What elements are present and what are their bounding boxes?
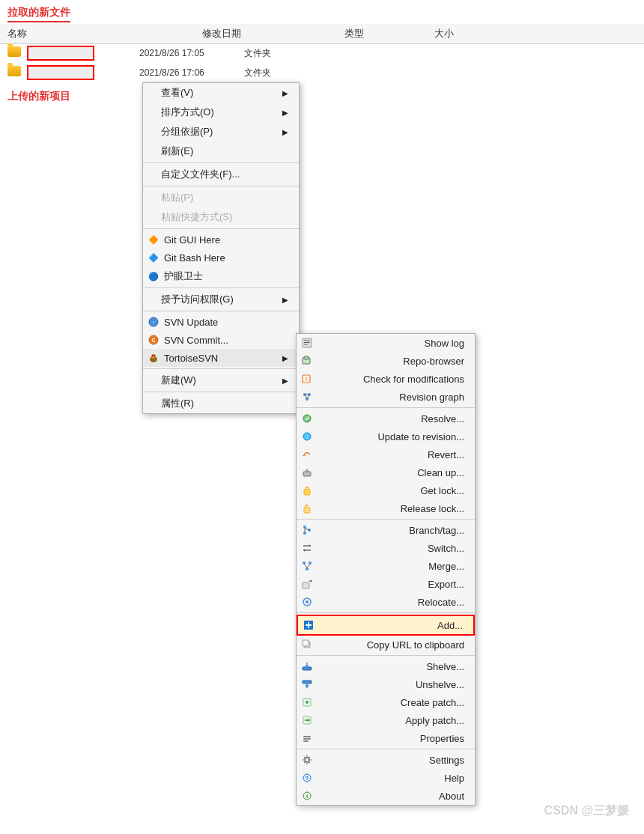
top-annotation: 拉取的新文件	[7, 6, 70, 22]
svn-menu-resolve-label: Resolve...	[421, 413, 464, 424]
arrow-icon-view: ▶	[282, 89, 288, 97]
menu-item-properties-label: 属性(R)	[161, 397, 194, 410]
lock-icon	[301, 484, 313, 496]
svn-menu-get-lock[interactable]: Get lock...	[297, 481, 475, 499]
file-row-2[interactable]: 2021/8/26 17:06 文件夹	[0, 63, 644, 82]
svg-point-41	[309, 561, 312, 564]
svg-marker-26	[303, 454, 306, 456]
svg-text:!: !	[306, 376, 308, 383]
svg-point-5	[151, 354, 156, 359]
svn-menu-properties-label: Properties	[420, 733, 464, 744]
menu-item-paste[interactable]: 粘贴(P)	[143, 188, 299, 207]
col-date: 修改日期	[195, 27, 344, 40]
svg-marker-28	[305, 469, 309, 472]
menu-item-svn-commit[interactable]: C SVN Commit...	[143, 331, 299, 349]
menu-item-eyeguard[interactable]: 🔵 护眼卫士	[143, 267, 299, 286]
svn-separator-5	[297, 749, 475, 749]
menu-item-new[interactable]: 新建(W) ▶	[143, 371, 299, 390]
menu-item-svn-commit-label: SVN Commit...	[164, 335, 288, 346]
file-date-1: 2021/8/26 17:05	[94, 48, 244, 58]
svn-menu-create-patch[interactable]: Create patch...	[297, 693, 475, 711]
svn-menu-check-modifications[interactable]: ! Check for modifications	[297, 370, 475, 388]
merge-icon	[301, 560, 313, 572]
svg-marker-60	[305, 685, 309, 688]
svn-menu-settings[interactable]: Settings	[297, 751, 475, 769]
svn-menu-about[interactable]: i About	[297, 787, 475, 805]
svn-menu-unshelve[interactable]: Unshelve...	[297, 675, 475, 693]
arrow-icon-new: ▶	[282, 377, 288, 385]
svn-menu-merge-label: Merge...	[428, 561, 464, 572]
svn-menu-apply-patch[interactable]: Apply patch...	[297, 711, 475, 729]
svn-menu-cleanup[interactable]: Clean up...	[297, 463, 475, 481]
menu-item-view[interactable]: 查看(V) ▶	[143, 83, 299, 103]
svn-menu-settings-label: Settings	[429, 755, 464, 766]
unshelve-icon	[301, 678, 313, 690]
svn-menu-add-label: Add...	[437, 620, 463, 631]
menu-item-git-bash[interactable]: 🔷 Git Bash Here	[143, 249, 299, 267]
menu-item-git-gui[interactable]: 🔶 Git GUI Here	[143, 231, 299, 249]
svn-menu-unshelve-label: Unshelve...	[416, 679, 464, 690]
col-size: 大小	[434, 27, 494, 40]
svn-menu-branch-tag[interactable]: Branch/tag...	[297, 521, 475, 539]
svg-rect-27	[303, 472, 311, 476]
svn-menu-revert[interactable]: Revert...	[297, 445, 475, 463]
svn-menu-help[interactable]: ? Help	[297, 769, 475, 787]
svn-menu-release-lock[interactable]: Release lock...	[297, 499, 475, 517]
svn-menu-repo-browser-label: Repo-browser	[403, 356, 464, 367]
menu-item-tortoise[interactable]: TortoiseSVN ▶	[143, 349, 299, 367]
svn-menu-revision-graph[interactable]: Revision graph	[297, 388, 475, 406]
svn-menu-apply-patch-label: Apply patch...	[405, 715, 464, 726]
svn-menu-properties[interactable]: Properties	[297, 729, 475, 747]
menu-item-refresh-label: 刷新(E)	[161, 144, 193, 158]
menu-item-svn-update[interactable]: ↑ SVN Update	[143, 313, 299, 331]
svn-menu-merge[interactable]: Merge...	[297, 557, 475, 575]
file-name-box-1	[27, 46, 94, 61]
create-patch-icon	[301, 696, 313, 708]
svn-menu-update-revision[interactable]: ↓ Update to revision...	[297, 427, 475, 445]
properties-icon	[301, 732, 313, 744]
svn-menu-show-log[interactable]: Show log	[297, 334, 475, 352]
menu-item-group[interactable]: 分组依据(P) ▶	[143, 122, 299, 141]
svn-menu-export-label: Export...	[428, 579, 464, 590]
svg-rect-30	[304, 508, 310, 513]
svn-update-icon: ↑	[148, 316, 160, 328]
svn-menu-resolve[interactable]: ✓ Resolve...	[297, 410, 475, 427]
svn-menu-switch[interactable]: Switch...	[297, 539, 475, 557]
svg-text:✓: ✓	[305, 416, 310, 422]
file-row-1[interactable]: 2021/8/26 17:05 文件夹	[0, 43, 644, 63]
menu-item-paste-shortcut[interactable]: 粘贴快捷方式(S)	[143, 207, 299, 227]
menu-item-access[interactable]: 授予访问权限(G) ▶	[143, 290, 299, 309]
git-gui-icon: 🔶	[148, 234, 160, 246]
svg-text:i: i	[306, 793, 308, 800]
svg-rect-69	[303, 740, 309, 742]
git-bash-icon: 🔷	[148, 252, 160, 264]
menu-item-sort[interactable]: 排序方式(O) ▶	[143, 103, 299, 122]
menu-item-refresh[interactable]: 刷新(E)	[143, 141, 299, 161]
menu-item-customize[interactable]: 自定义文件夹(F)...	[143, 165, 299, 184]
tortoise-icon	[148, 352, 160, 364]
svg-text:C: C	[151, 338, 155, 343]
svg-rect-67	[303, 736, 311, 737]
svn-menu-repo-browser[interactable]: Repo-browser	[297, 352, 475, 370]
svn-menu-relocate[interactable]: Relocate...	[297, 593, 475, 611]
svg-text:↑: ↑	[152, 320, 155, 325]
svn-menu-create-patch-label: Create patch...	[401, 697, 464, 708]
svn-menu-export[interactable]: Export...	[297, 575, 475, 593]
svn-menu-revision-graph-label: Revision graph	[399, 392, 464, 403]
svn-menu-relocate-label: Relocate...	[418, 597, 464, 608]
svn-menu-check-modifications-label: Check for modifications	[363, 374, 464, 385]
switch-icon	[301, 542, 313, 554]
file-name-box-2	[27, 65, 94, 80]
copy-url-icon	[301, 639, 313, 651]
svg-point-7	[154, 355, 156, 356]
relocate-icon	[301, 596, 313, 608]
menu-item-group-label: 分组依据(P)	[161, 125, 213, 139]
svn-menu-add[interactable]: Add...	[297, 615, 475, 636]
check-modifications-icon: !	[301, 373, 313, 385]
svn-menu-shelve[interactable]: Shelve...	[297, 657, 475, 675]
separator-5	[143, 311, 299, 311]
svn-menu-copy-url[interactable]: Copy URL to clipboard	[297, 636, 475, 654]
svg-rect-29	[304, 490, 310, 495]
menu-item-properties[interactable]: 属性(R)	[143, 394, 299, 413]
update-revision-icon: ↓	[301, 430, 313, 442]
